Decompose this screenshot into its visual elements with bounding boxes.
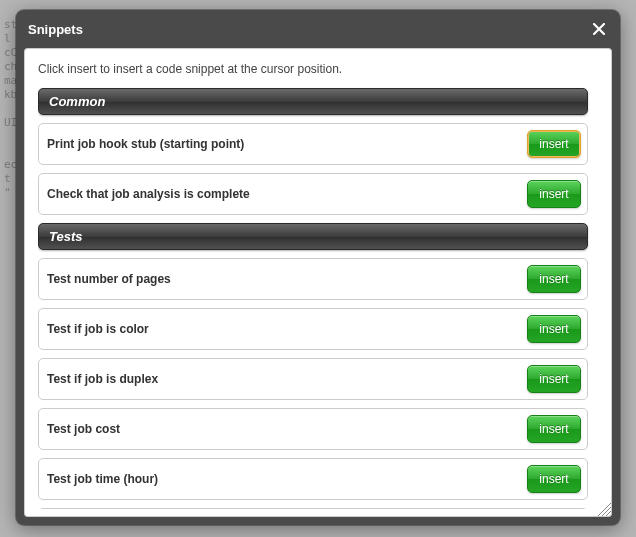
snippets-dialog: Snippets Click insert to insert a code s…: [16, 10, 620, 525]
snippet-label: Test number of pages: [47, 272, 171, 286]
snippet-row: Test if job is colorinsert: [38, 308, 588, 350]
snippet-row: Print job hook stub (starting point)inse…: [38, 123, 588, 165]
insert-button[interactable]: insert: [527, 265, 581, 293]
instructions-text: Click insert to insert a code snippet at…: [38, 62, 588, 76]
dialog-body: Click insert to insert a code snippet at…: [24, 48, 612, 517]
snippet-row: Test number of pagesinsert: [38, 258, 588, 300]
close-icon[interactable]: [590, 20, 608, 38]
svg-line-1: [602, 507, 611, 516]
snippet-row: Test job time (hour)insert: [38, 458, 588, 500]
snippet-label: Test if job is duplex: [47, 372, 158, 386]
insert-button[interactable]: insert: [527, 180, 581, 208]
snippet-row: Check that job analysis is completeinser…: [38, 173, 588, 215]
insert-button[interactable]: insert: [527, 130, 581, 158]
snippet-row: Test if job is duplexinsert: [38, 358, 588, 400]
snippet-label: Test if job is color: [47, 322, 149, 336]
snippet-row: Test job time (day)insert: [38, 508, 588, 509]
dialog-titlebar: Snippets: [24, 18, 612, 48]
insert-button[interactable]: insert: [527, 365, 581, 393]
section-header: Common: [38, 88, 588, 115]
snippet-label: Print job hook stub (starting point): [47, 137, 244, 151]
dialog-title: Snippets: [28, 22, 83, 37]
section-header: Tests: [38, 223, 588, 250]
insert-button[interactable]: insert: [527, 415, 581, 443]
snippet-label: Test job cost: [47, 422, 120, 436]
insert-button[interactable]: insert: [527, 315, 581, 343]
scroll-area[interactable]: Click insert to insert a code snippet at…: [38, 62, 594, 509]
snippet-row: Test job costinsert: [38, 408, 588, 450]
resize-handle-icon[interactable]: [594, 499, 612, 517]
snippet-label: Test job time (hour): [47, 472, 158, 486]
insert-button[interactable]: insert: [527, 465, 581, 493]
snippet-label: Check that job analysis is complete: [47, 187, 250, 201]
